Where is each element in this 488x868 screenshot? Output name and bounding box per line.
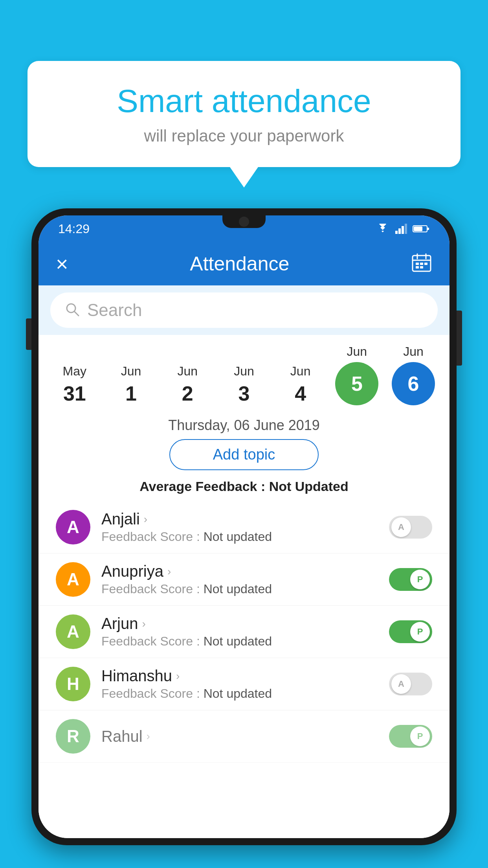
student-item-arjun: A Arjun › Feedback Score : Not updated bbox=[39, 606, 449, 658]
date-item-jun3[interactable]: Jun 3 bbox=[218, 364, 270, 405]
bubble-subtitle: will replace your paperwork bbox=[51, 127, 437, 145]
battery-icon bbox=[413, 224, 430, 234]
side-button-right bbox=[457, 311, 462, 366]
date-item-jun2[interactable]: Jun 2 bbox=[162, 364, 213, 405]
toggle-anupriya[interactable]: P bbox=[389, 568, 432, 591]
speech-bubble: Smart attendance will replace your paper… bbox=[28, 61, 460, 167]
search-bar[interactable]: Search bbox=[50, 292, 438, 328]
avatar-anjali: A bbox=[56, 510, 90, 544]
avatar-rahul: R bbox=[56, 719, 90, 754]
student-name-anjali: Anjali › bbox=[101, 510, 378, 528]
phone-camera bbox=[239, 217, 249, 227]
chevron-icon: › bbox=[142, 618, 145, 630]
student-info-arjun[interactable]: Arjun › Feedback Score : Not updated bbox=[101, 615, 378, 649]
date-item-jun4[interactable]: Jun 4 bbox=[275, 364, 326, 405]
svg-rect-2 bbox=[402, 226, 404, 234]
svg-rect-3 bbox=[405, 224, 407, 234]
bubble-title: Smart attendance bbox=[51, 83, 437, 120]
student-feedback-arjun: Feedback Score : Not updated bbox=[101, 634, 378, 649]
search-icon bbox=[64, 302, 80, 319]
avg-feedback: Average Feedback : Not Updated bbox=[39, 475, 449, 501]
student-name-arjun: Arjun › bbox=[101, 615, 378, 633]
app-header: × Attendance bbox=[39, 242, 449, 285]
toggle-rahul[interactable]: P bbox=[389, 725, 432, 748]
toggle-himanshu[interactable]: A bbox=[389, 673, 432, 695]
chevron-icon: › bbox=[176, 670, 180, 682]
svg-rect-15 bbox=[420, 266, 423, 268]
avg-feedback-label: Average Feedback : bbox=[139, 479, 269, 494]
student-name-rahul: Rahul › bbox=[101, 728, 378, 745]
add-topic-button[interactable]: Add topic bbox=[169, 439, 319, 470]
avatar-anupriya: A bbox=[56, 562, 90, 597]
svg-rect-1 bbox=[398, 228, 401, 234]
selected-date-label: Thursday, 06 June 2019 bbox=[39, 409, 449, 439]
status-time: 14:29 bbox=[58, 222, 90, 236]
date-item-jun6[interactable]: Jun 6 bbox=[388, 344, 439, 405]
search-container: Search bbox=[39, 285, 449, 335]
student-name-anupriya: Anupriya › bbox=[101, 563, 378, 580]
student-feedback-himanshu: Feedback Score : Not updated bbox=[101, 686, 378, 701]
svg-rect-6 bbox=[414, 226, 422, 231]
student-info-anjali[interactable]: Anjali › Feedback Score : Not updated bbox=[101, 510, 378, 544]
phone-screen: 14:29 bbox=[39, 215, 449, 838]
student-item-himanshu: H Himanshu › Feedback Score : Not update… bbox=[39, 658, 449, 710]
date-item-jun1[interactable]: Jun 1 bbox=[106, 364, 157, 405]
side-button-left bbox=[26, 318, 31, 350]
student-feedback-anjali: Feedback Score : Not updated bbox=[101, 530, 378, 544]
toggle-anjali[interactable]: A bbox=[389, 516, 432, 539]
chevron-icon: › bbox=[144, 513, 147, 526]
svg-rect-11 bbox=[416, 263, 419, 265]
student-feedback-anupriya: Feedback Score : Not updated bbox=[101, 582, 378, 596]
student-item-anjali: A Anjali › Feedback Score : Not updated bbox=[39, 501, 449, 554]
avg-feedback-value: Not Updated bbox=[269, 479, 349, 494]
avatar-himanshu: H bbox=[56, 667, 90, 701]
date-item-jun5[interactable]: Jun 5 bbox=[331, 344, 382, 405]
signal-icon bbox=[395, 224, 407, 234]
svg-rect-0 bbox=[395, 231, 398, 234]
student-info-himanshu[interactable]: Himanshu › Feedback Score : Not updated bbox=[101, 667, 378, 701]
status-icons bbox=[376, 224, 430, 234]
svg-rect-13 bbox=[424, 263, 427, 265]
wifi-icon bbox=[376, 224, 390, 234]
avatar-arjun: A bbox=[56, 614, 90, 649]
student-name-himanshu: Himanshu › bbox=[101, 667, 378, 685]
calendar-icon[interactable] bbox=[411, 252, 432, 275]
svg-rect-5 bbox=[427, 228, 429, 230]
student-info-anupriya[interactable]: Anupriya › Feedback Score : Not updated bbox=[101, 563, 378, 596]
search-input-placeholder: Search bbox=[87, 300, 142, 320]
student-item-rahul: R Rahul › P bbox=[39, 710, 449, 763]
student-list: A Anjali › Feedback Score : Not updated bbox=[39, 501, 449, 838]
toggle-arjun[interactable]: P bbox=[389, 620, 432, 643]
svg-rect-12 bbox=[420, 263, 423, 265]
date-item-may31[interactable]: May 31 bbox=[49, 364, 100, 405]
header-title: Attendance bbox=[190, 252, 289, 275]
phone-outer: 14:29 bbox=[31, 208, 457, 845]
date-strip: May 31 Jun 1 Jun 2 Jun 3 Jun 4 bbox=[39, 335, 449, 409]
svg-rect-14 bbox=[416, 266, 419, 268]
close-button[interactable]: × bbox=[56, 252, 68, 276]
chevron-icon: › bbox=[147, 730, 150, 743]
student-item-anupriya: A Anupriya › Feedback Score : Not update… bbox=[39, 554, 449, 606]
student-info-rahul[interactable]: Rahul › bbox=[101, 728, 378, 745]
speech-bubble-container: Smart attendance will replace your paper… bbox=[28, 61, 460, 167]
chevron-icon: › bbox=[167, 565, 171, 578]
content-area: Thursday, 06 June 2019 Add topic Average… bbox=[39, 409, 449, 838]
phone-frame: 14:29 bbox=[31, 208, 457, 868]
phone-notch bbox=[222, 215, 266, 228]
svg-line-17 bbox=[74, 311, 79, 316]
